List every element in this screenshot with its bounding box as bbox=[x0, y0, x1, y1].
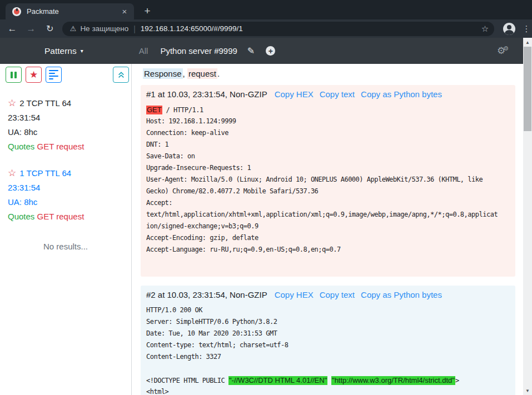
add-service-button[interactable]: + bbox=[266, 46, 275, 56]
packet-body: HTTP/1.0 200 OKServer: SimpleHTTP/0.6 Py… bbox=[146, 306, 510, 395]
tab-title: Packmate bbox=[27, 7, 120, 16]
tab-python-server[interactable]: Python server #9999 bbox=[160, 46, 237, 56]
edit-pencil-icon[interactable]: ✎ bbox=[247, 46, 255, 56]
packmate-favicon-icon bbox=[12, 7, 21, 16]
favorites-filter-button[interactable]: ★ bbox=[26, 67, 42, 83]
packet-body: GET / HTTP/1.1Host: 192.168.1.124:9999Co… bbox=[146, 106, 510, 269]
packet-view: Response, request. #1 at 10.03, 23:31:54… bbox=[132, 64, 523, 395]
no-results-label: No results... bbox=[0, 242, 131, 251]
stream-title: 1 TCP TTL 64 bbox=[19, 168, 71, 178]
omnibox-separator: | bbox=[133, 24, 136, 33]
pattern-tag-get-request: GET request bbox=[37, 212, 84, 221]
legend-response: Response bbox=[143, 68, 183, 79]
collapse-sidebar-button[interactable] bbox=[113, 67, 129, 83]
browser-tab-strip: Packmate × + bbox=[0, 0, 532, 19]
app-header: Patterns ▾ All Python server #9999 ✎ + ⚙… bbox=[0, 38, 523, 64]
stream-time: 23:31:54 bbox=[8, 111, 126, 125]
new-tab-button[interactable]: + bbox=[140, 4, 155, 18]
scrollbar-thumb[interactable] bbox=[524, 47, 531, 131]
close-tab-icon[interactable]: × bbox=[120, 7, 130, 17]
packet-id: #1 at 10.03, 23:31:54, Non-GZIP bbox=[146, 89, 267, 99]
pattern-tag-get-request: GET request bbox=[37, 142, 84, 151]
copy-python-bytes-link[interactable]: Copy as Python bytes bbox=[361, 89, 442, 99]
reload-icon[interactable]: ↻ bbox=[42, 21, 58, 37]
bookmark-star-icon[interactable]: ☆ bbox=[481, 24, 489, 34]
packet-header: #2 at 10.03, 23:31:54, Non-GZIP Copy HEX… bbox=[146, 290, 510, 299]
pattern-tag-quotes: Quotes bbox=[8, 212, 34, 221]
stream-title: 2 TCP TTL 64 bbox=[19, 98, 71, 108]
copy-text-link[interactable]: Copy text bbox=[320, 290, 355, 299]
browser-menu-icon[interactable]: ⋮ bbox=[521, 24, 532, 34]
copy-hex-link[interactable]: Copy HEX bbox=[275, 290, 314, 299]
stream-ua: UA: 8hc bbox=[8, 125, 126, 139]
legend-request: request bbox=[187, 68, 217, 79]
back-icon[interactable]: ← bbox=[4, 21, 20, 37]
sidebar-toolbar: ★ bbox=[0, 64, 131, 89]
browser-toolbar: ← → ↻ ⚠ Не защищено | 192.168.1.124:6500… bbox=[0, 19, 532, 38]
packet-header: #1 at 10.03, 23:31:54, Non-GZIP Copy HEX… bbox=[146, 89, 510, 99]
copy-text-link[interactable]: Copy text bbox=[320, 89, 355, 99]
scroll-down-icon[interactable]: ▼ bbox=[523, 386, 532, 395]
forward-icon[interactable]: → bbox=[23, 21, 39, 37]
chevron-double-up-icon bbox=[117, 71, 125, 79]
copy-python-bytes-link[interactable]: Copy as Python bytes bbox=[361, 290, 442, 299]
patterns-label: Patterns bbox=[44, 46, 77, 56]
address-bar[interactable]: ⚠ Не защищено | 192.168.1.124:65000/#/99… bbox=[62, 22, 494, 36]
browser-tab[interactable]: Packmate × bbox=[6, 3, 134, 19]
star-icon: ★ bbox=[29, 69, 38, 81]
stream-star-icon[interactable]: ☆ bbox=[8, 98, 16, 108]
not-secure-warning-icon[interactable]: ⚠ bbox=[70, 24, 77, 33]
copy-hex-link[interactable]: Copy HEX bbox=[275, 89, 314, 99]
align-left-icon bbox=[49, 70, 58, 72]
packet-card-request: #1 at 10.03, 23:31:54, Non-GZIP Copy HEX… bbox=[141, 85, 515, 277]
stream-star-icon[interactable]: ☆ bbox=[8, 168, 16, 178]
stream-time: 23:31:54 bbox=[8, 181, 126, 195]
packet-card-response: #2 at 10.03, 23:31:54, Non-GZIP Copy HEX… bbox=[141, 286, 515, 395]
list-view-button[interactable] bbox=[46, 67, 62, 83]
stream-item[interactable]: ☆2 TCP TTL 64 23:31:54 UA: 8hc Quotes GE… bbox=[0, 89, 131, 159]
stream-sidebar: ★ ☆2 TCP TTL 64 23:31:54 UA: 8hc Quotes … bbox=[0, 64, 132, 395]
pause-icon bbox=[11, 72, 13, 78]
profile-avatar[interactable] bbox=[503, 23, 515, 35]
settings-gears-icon[interactable]: ⚙⚙ bbox=[497, 45, 511, 57]
page-scrollbar[interactable]: ▲ ▼ bbox=[523, 38, 532, 395]
caret-down-icon: ▾ bbox=[81, 48, 83, 54]
url-text[interactable]: 192.168.1.124:65000/#/9999/1 bbox=[141, 24, 477, 33]
tab-all[interactable]: All bbox=[139, 46, 148, 56]
patterns-dropdown[interactable]: Patterns ▾ bbox=[44, 46, 83, 56]
legend-note: Response, request. bbox=[143, 69, 515, 78]
pattern-tag-quotes: Quotes bbox=[8, 142, 34, 151]
pause-button[interactable] bbox=[6, 67, 22, 83]
packet-id: #2 at 10.03, 23:31:54, Non-GZIP bbox=[146, 290, 267, 299]
stream-ua: UA: 8hc bbox=[8, 195, 126, 209]
stream-item-selected[interactable]: ☆1 TCP TTL 64 23:31:54 UA: 8hc Quotes GE… bbox=[0, 159, 131, 229]
scroll-up-icon[interactable]: ▲ bbox=[523, 38, 532, 47]
security-warning-label: Не защищено bbox=[80, 24, 128, 33]
